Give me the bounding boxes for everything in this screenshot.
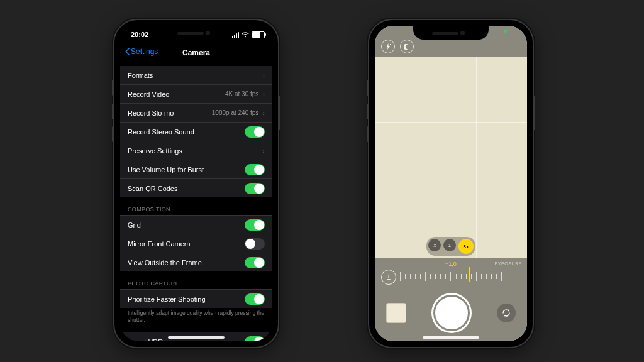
- section-header: COMPOSITION: [120, 202, 272, 215]
- iphone-camera: .513x +1,0 EXPOSURE ±: [368, 19, 534, 348]
- settings-row[interactable]: View Outside the Frame: [120, 253, 272, 272]
- chevron-right-icon: ›: [262, 90, 265, 98]
- row-label: Formats: [128, 72, 262, 79]
- chevron-right-icon: ›: [262, 72, 265, 79]
- row-label: Grid: [128, 221, 245, 229]
- toggle-switch[interactable]: [245, 164, 265, 175]
- back-label: Settings: [131, 47, 158, 56]
- zoom-button[interactable]: .5: [428, 239, 441, 251]
- nav-bar: Settings Camera: [120, 45, 272, 63]
- settings-row[interactable]: Formats›: [120, 66, 272, 84]
- zoom-selector: .513x: [426, 237, 475, 256]
- settings-row[interactable]: Record Slo-mo1080p at 240 fps›: [120, 103, 272, 122]
- chevron-right-icon: ›: [262, 147, 265, 155]
- row-label: Record Video: [128, 90, 225, 98]
- exposure-toggle-button[interactable]: ±: [381, 270, 396, 285]
- toggle-switch[interactable]: [245, 336, 265, 341]
- settings-row[interactable]: Preserve Settings›: [120, 141, 272, 160]
- settings-row[interactable]: Scan QR Codes: [120, 178, 272, 197]
- toggle-switch[interactable]: [245, 183, 265, 194]
- settings-row[interactable]: Grid: [120, 215, 272, 234]
- back-button[interactable]: Settings: [124, 47, 158, 56]
- composition-grid: [375, 53, 527, 258]
- row-label: Use Volume Up for Burst: [128, 166, 245, 173]
- settings-row[interactable]: Mirror Front Camera: [120, 234, 272, 253]
- night-mode-button[interactable]: [400, 40, 414, 53]
- settings-row[interactable]: Record Video4K at 30 fps›: [120, 84, 272, 103]
- zoom-button[interactable]: 1: [443, 239, 456, 251]
- row-label: Scan QR Codes: [128, 185, 245, 192]
- toggle-switch[interactable]: [245, 257, 265, 268]
- wifi-icon: [242, 32, 249, 38]
- status-time: 20:02: [131, 31, 148, 38]
- toggle-switch[interactable]: [245, 126, 265, 138]
- flip-camera-button[interactable]: [497, 304, 516, 322]
- iphone-settings: 20:02 Settings Camera Formats›Record Vid…: [113, 19, 279, 348]
- chevron-right-icon: ›: [262, 109, 265, 117]
- camera-bottom-bar: [375, 288, 527, 341]
- exposure-panel: +1,0 EXPOSURE ±: [375, 258, 527, 292]
- exposure-slider[interactable]: [400, 271, 502, 282]
- row-label: Preserve Settings: [128, 147, 262, 155]
- camera-active-indicator: [504, 30, 507, 33]
- toggle-switch[interactable]: [245, 219, 265, 231]
- exposure-cursor: [469, 267, 470, 282]
- settings-screen: 20:02 Settings Camera Formats›Record Vid…: [120, 26, 272, 341]
- section-footer: Intelligently adapt image quality when r…: [120, 308, 272, 327]
- battery-icon: [252, 31, 265, 38]
- last-photo-thumbnail[interactable]: [386, 303, 406, 323]
- page-title: Camera: [182, 48, 210, 57]
- row-label: Prioritize Faster Shooting: [128, 295, 245, 303]
- status-right: [232, 31, 265, 38]
- settings-row[interactable]: Use Volume Up for Burst: [120, 160, 272, 178]
- home-indicator[interactable]: [168, 336, 225, 339]
- row-value: 4K at 30 fps: [225, 90, 258, 97]
- flash-button[interactable]: [381, 40, 395, 53]
- exposure-value: +1,0: [445, 261, 457, 267]
- row-label: Record Slo-mo: [128, 109, 212, 117]
- settings-row[interactable]: Prioritize Faster Shooting: [120, 289, 272, 308]
- home-indicator[interactable]: [423, 336, 479, 339]
- notch: [413, 26, 489, 40]
- notch: [158, 26, 234, 40]
- section-header: PHOTO CAPTURE: [120, 277, 272, 289]
- settings-list: Formats›Record Video4K at 30 fps›Record …: [120, 66, 272, 341]
- toggle-switch[interactable]: [245, 238, 265, 250]
- row-value: 1080p at 240 fps: [212, 109, 259, 116]
- toggle-switch[interactable]: [245, 293, 265, 305]
- row-label: View Outside the Frame: [128, 259, 245, 266]
- settings-row[interactable]: Record Stereo Sound: [120, 122, 272, 141]
- camera-screen: .513x +1,0 EXPOSURE ±: [375, 26, 527, 341]
- zoom-button[interactable]: 3x: [458, 239, 474, 254]
- viewfinder[interactable]: [375, 53, 527, 258]
- exposure-label: EXPOSURE: [495, 261, 522, 266]
- row-label: Record Stereo Sound: [128, 128, 245, 136]
- row-label: Mirror Front Camera: [128, 240, 245, 248]
- shutter-button[interactable]: [433, 295, 470, 331]
